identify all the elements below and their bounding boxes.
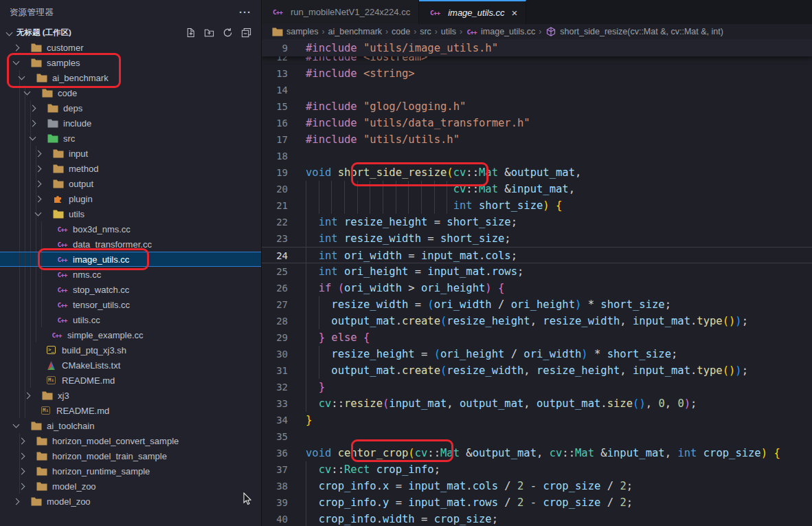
line-number[interactable]: 37 <box>262 461 306 478</box>
tree-item-code[interactable]: code <box>0 85 261 100</box>
line-number[interactable]: 20 <box>262 181 306 197</box>
line-number[interactable]: 27 <box>262 296 306 313</box>
breadcrumb-item-utils[interactable]: utils <box>441 27 456 36</box>
tree-item-utils[interactable]: utils <box>0 206 261 221</box>
code-line-25[interactable]: 25 int ori_height = input_mat.rows; <box>262 263 812 280</box>
breadcrumb-item-short-side-resize-cv-mat-cv-mat-int-[interactable]: short_side_resize(cv::Mat &, cv::Mat &, … <box>545 27 723 37</box>
line-number[interactable]: 13 <box>262 65 306 82</box>
code-editor[interactable]: 12#include <iostream>13#include <string>… <box>262 39 812 526</box>
line-number[interactable]: 36 <box>262 445 306 461</box>
tree-item-deps[interactable]: deps <box>0 100 261 116</box>
tree-item-output[interactable]: output <box>0 176 261 191</box>
sticky-scroll-line[interactable]: 9#include "utils/image_utils.h" <box>262 39 812 56</box>
code-line-29[interactable]: 29 } else { <box>262 329 812 346</box>
code-line-30[interactable]: 30 resize_height = (ori_height / ori_wid… <box>262 346 812 362</box>
line-number[interactable]: 18 <box>262 148 306 164</box>
tree-item-tensor-utils-cc[interactable]: C++tensor_utils.cc <box>0 297 261 312</box>
line-number[interactable]: 17 <box>262 131 306 148</box>
tree-item-horizon-model-convert-sample[interactable]: horizon_model_convert_sample <box>0 433 261 448</box>
code-line-26[interactable]: 26 if (ori_width > ori_height) { <box>262 280 812 296</box>
tree-item-readme-md[interactable]: M↓README.md <box>0 373 261 388</box>
code-line-27[interactable]: 27 resize_width = (ori_width / ori_heigh… <box>262 296 812 313</box>
tree-item-nms-cc[interactable]: C++nms.cc <box>0 267 261 282</box>
tree-item-cmakelists-txt[interactable]: CMakeLists.txt <box>0 358 261 373</box>
tree-item-ai-toolchain[interactable]: ai_toolchain <box>0 418 261 433</box>
tree-item-stop-watch-cc[interactable]: C++stop_watch.cc <box>0 282 261 297</box>
tree-item-xj3[interactable]: xj3 <box>0 388 261 403</box>
line-number[interactable]: 25 <box>262 263 306 280</box>
chevron-down-icon[interactable] <box>13 58 20 65</box>
tree-item-build-ptq-xj3-sh[interactable]: >_build_ptq_xj3.sh <box>0 342 261 358</box>
breadcrumb-item-samples[interactable]: samples <box>271 27 319 37</box>
line-number[interactable]: 22 <box>262 214 306 230</box>
tab-image-utils-cc[interactable]: C++image_utils.cc× <box>419 0 526 24</box>
chevron-right-icon[interactable] <box>13 498 20 505</box>
new-folder-icon[interactable] <box>204 28 214 38</box>
line-number[interactable]: 29 <box>262 329 306 346</box>
code-line-31[interactable]: 31 output_mat.create(resize_width, resiz… <box>262 362 812 379</box>
line-number[interactable]: 35 <box>262 428 306 445</box>
tree-item-box3d-nms-cc[interactable]: C++box3d_nms.cc <box>0 221 261 237</box>
code-line-24[interactable]: 24 int ori_width = input_mat.cols; <box>262 247 812 263</box>
code-line-22[interactable]: 22 int resize_height = short_size; <box>262 214 812 230</box>
code-line-18[interactable]: 18 <box>262 148 812 164</box>
chevron-right-icon[interactable] <box>13 44 20 51</box>
line-number[interactable]: 40 <box>262 511 306 526</box>
code-line-17[interactable]: 17#include "utils/utils.h" <box>262 131 812 148</box>
line-number[interactable]: 26 <box>262 280 306 296</box>
more-actions-icon[interactable]: ··· <box>239 9 251 16</box>
line-number[interactable]: 9 <box>262 40 306 56</box>
line-number[interactable]: 24 <box>262 248 306 263</box>
tree-item-src[interactable]: src <box>0 131 261 146</box>
code-line-14[interactable]: 14 <box>262 82 812 98</box>
sticky-code-line-9[interactable]: 9#include "utils/image_utils.h" <box>262 40 498 56</box>
tree-item-input[interactable]: input <box>0 146 261 161</box>
breadcrumb-item-src[interactable]: src <box>420 27 431 36</box>
refresh-icon[interactable] <box>223 28 233 38</box>
line-number[interactable]: 19 <box>262 164 306 181</box>
code-line-34[interactable]: 34} <box>262 412 812 428</box>
tree-item-plugin[interactable]: plugin <box>0 191 261 206</box>
code-line-23[interactable]: 23 int resize_width = short_size; <box>262 230 812 247</box>
line-number[interactable]: 38 <box>262 478 306 494</box>
tree-item-utils-cc[interactable]: C++utils.cc <box>0 312 261 327</box>
tree-item-ai-benchmark[interactable]: ai_benchmark <box>0 70 261 85</box>
code-line-38[interactable]: 38 crop_info.x = input_mat.cols / 2 - cr… <box>262 478 812 494</box>
tree-item-customer[interactable]: customer <box>0 40 261 55</box>
breadcrumb-item-image-utils-cc[interactable]: C++image_utils.cc <box>466 27 535 37</box>
code-line-40[interactable]: 40 crop_info.width = crop_size; <box>262 511 812 526</box>
workspace-section-header[interactable]: 无标题 (工作区) <box>0 25 261 40</box>
code-line-39[interactable]: 39 crop_info.y = input_mat.rows / 2 - cr… <box>262 494 812 511</box>
tree-item-data-transformer-cc[interactable]: C++data_transformer.cc <box>0 237 261 252</box>
chevron-down-icon[interactable] <box>13 421 20 428</box>
code-line-33[interactable]: 33 cv::resize(input_mat, output_mat, out… <box>262 395 812 412</box>
code-line-19[interactable]: 19void short_side_resize(cv::Mat &output… <box>262 164 812 181</box>
new-file-icon[interactable] <box>185 28 196 38</box>
breadcrumb-item-code[interactable]: code <box>392 27 410 36</box>
tree-item-image-utils-cc[interactable]: C++image_utils.cc <box>0 252 261 267</box>
code-line-37[interactable]: 37 cv::Rect crop_info; <box>262 461 812 478</box>
tree-item-method[interactable]: method <box>0 161 261 176</box>
line-number[interactable]: 15 <box>262 98 306 115</box>
code-line-15[interactable]: 15#include "glog/logging.h" <box>262 98 812 115</box>
tree-item-horizon-runtime-sample[interactable]: horizon_runtime_sample <box>0 463 261 479</box>
tree-item-model-zoo[interactable]: model_zoo <box>0 494 261 509</box>
code-line-35[interactable]: 35 <box>262 428 812 445</box>
line-number[interactable]: 33 <box>262 395 306 412</box>
tree-item-horizon-model-train-sample[interactable]: horizon_model_train_sample <box>0 448 261 463</box>
line-number[interactable]: 34 <box>262 412 306 428</box>
code-line-36[interactable]: 36void centor_crop(cv::Mat &output_mat, … <box>262 445 812 461</box>
tree-item-samples[interactable]: samples <box>0 55 261 70</box>
tree-item-simple-example-cc[interactable]: C++simple_example.cc <box>0 327 261 342</box>
tree-item-model-zoo[interactable]: model_zoo <box>0 479 261 494</box>
line-number[interactable]: 32 <box>262 379 306 395</box>
tree-item-readme-md[interactable]: M↓README.md <box>0 403 261 418</box>
line-number[interactable]: 21 <box>262 197 306 214</box>
breadcrumb-item-ai-benchmark[interactable]: ai_benchmark <box>328 27 383 36</box>
code-line-20[interactable]: 20 cv::Mat &input_mat, <box>262 181 812 197</box>
line-number[interactable]: 39 <box>262 494 306 511</box>
tab-run-mobilenetv1-224x224-cc[interactable]: C++run_mobileNetV1_224x224.cc <box>262 0 419 24</box>
code-line-32[interactable]: 32 } <box>262 379 812 395</box>
collapse-all-icon[interactable] <box>241 28 251 38</box>
line-number[interactable]: 23 <box>262 230 306 247</box>
